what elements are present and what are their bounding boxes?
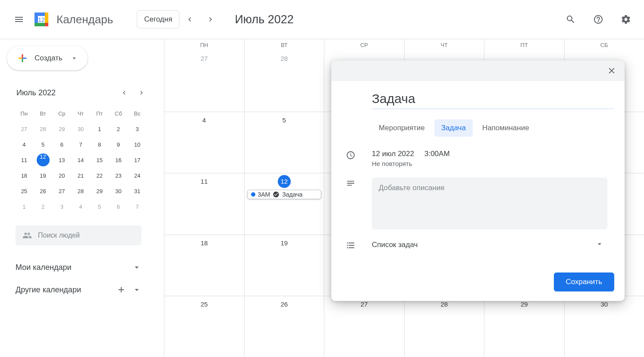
- mini-day-cell[interactable]: 1: [15, 199, 34, 214]
- other-calendars-label: Другие календари: [16, 285, 81, 294]
- add-icon[interactable]: [116, 285, 126, 294]
- mini-day-cell[interactable]: 19: [34, 168, 53, 183]
- mini-day-cell[interactable]: 21: [71, 168, 90, 183]
- mini-day-cell[interactable]: 2: [34, 199, 53, 214]
- day-cell[interactable]: 27: [164, 50, 244, 112]
- mini-day-cell[interactable]: 7: [128, 199, 147, 214]
- day-cell[interactable]: 4: [164, 112, 244, 173]
- description-input[interactable]: Добавьте описание: [372, 178, 607, 229]
- mini-day-cell[interactable]: 31: [128, 183, 147, 199]
- search-button[interactable]: [561, 10, 580, 29]
- mini-day-cell[interactable]: 7: [71, 137, 90, 152]
- mini-calendar-header: Июль 2022: [5, 86, 152, 100]
- day-cell[interactable]: 28: [404, 296, 484, 357]
- mini-day-cell[interactable]: 15: [90, 152, 109, 168]
- mini-day-cell[interactable]: 20: [52, 168, 71, 183]
- mini-day-cell[interactable]: 27: [15, 121, 34, 137]
- mini-day-cell[interactable]: 2: [109, 121, 128, 137]
- mini-day-cell[interactable]: 30: [71, 121, 90, 137]
- mini-day-cell[interactable]: 26: [34, 183, 53, 199]
- app-name: Календарь: [57, 13, 113, 26]
- mini-day-cell[interactable]: 9: [109, 137, 128, 152]
- logo: 12 Календарь: [33, 11, 113, 28]
- day-cell[interactable]: 27: [324, 296, 404, 357]
- mini-day-cell[interactable]: 28: [71, 183, 90, 199]
- other-calendars-section[interactable]: Другие календари: [5, 285, 152, 294]
- mini-day-cell[interactable]: 30: [109, 183, 128, 199]
- day-cell[interactable]: 25: [164, 296, 244, 357]
- mini-day-cell[interactable]: 17: [128, 152, 147, 168]
- mini-day-cell[interactable]: 5: [90, 199, 109, 214]
- day-cell[interactable]: 123AMЗадача: [244, 173, 324, 234]
- mini-day-cell[interactable]: 3: [52, 199, 71, 214]
- day-cell[interactable]: 28: [244, 50, 324, 112]
- tab-event[interactable]: Мероприятие: [372, 119, 432, 137]
- mini-day-cell[interactable]: 6: [52, 137, 71, 152]
- mini-next-button[interactable]: [135, 86, 148, 100]
- mini-day-cell[interactable]: 12: [34, 152, 53, 168]
- task-title-input[interactable]: Задача: [372, 89, 614, 109]
- tab-reminder[interactable]: Напоминание: [475, 119, 536, 137]
- mini-calendar-title: Июль 2022: [16, 88, 56, 97]
- task-check-icon: [273, 191, 280, 198]
- mini-day-cell[interactable]: 24: [128, 168, 147, 183]
- mini-day-cell[interactable]: 3: [128, 121, 147, 137]
- day-cell[interactable]: 29: [484, 296, 564, 357]
- grid-dow-cell: ПН: [164, 39, 244, 50]
- mini-day-cell[interactable]: 13: [52, 152, 71, 168]
- help-button[interactable]: [589, 10, 608, 29]
- dropdown-icon[interactable]: [595, 240, 604, 250]
- mini-day-cell[interactable]: 25: [15, 183, 34, 199]
- task-time[interactable]: 3:00AM: [424, 150, 450, 158]
- grid-dow-cell: СР: [324, 39, 404, 50]
- svg-rect-3: [45, 23, 48, 26]
- create-task-dialog: Задача Мероприятие Задача Напоминание 12…: [331, 60, 625, 301]
- settings-button[interactable]: [616, 10, 635, 29]
- save-button[interactable]: Сохранить: [554, 272, 614, 291]
- mini-day-cell[interactable]: 5: [34, 137, 53, 152]
- header-right: [561, 10, 635, 29]
- mini-day-cell[interactable]: 10: [128, 137, 147, 152]
- search-people-input[interactable]: Поиск людей: [16, 225, 141, 245]
- day-number: 4: [198, 114, 210, 127]
- create-button[interactable]: Создать: [7, 46, 88, 70]
- mini-day-cell[interactable]: 29: [52, 121, 71, 137]
- mini-day-cell[interactable]: 14: [71, 152, 90, 168]
- mini-day-cell[interactable]: 4: [15, 137, 34, 152]
- mini-calendar: ПнВтСрЧтПтСбВс 2728293012345678910111213…: [5, 106, 152, 214]
- mini-day-cell[interactable]: 28: [34, 121, 53, 137]
- mini-day-cell[interactable]: 8: [90, 137, 109, 152]
- mini-day-cell[interactable]: 23: [109, 168, 128, 183]
- next-month-button[interactable]: [202, 11, 219, 28]
- close-button[interactable]: [604, 63, 619, 78]
- mini-day-cell[interactable]: 16: [109, 152, 128, 168]
- mini-day-cell[interactable]: 22: [90, 168, 109, 183]
- task-date[interactable]: 12 июл 2022: [372, 150, 414, 158]
- repeat-label[interactable]: Не повторять: [372, 160, 614, 167]
- event-title: Задача: [282, 191, 302, 198]
- day-cell[interactable]: 18: [164, 235, 244, 296]
- day-cell[interactable]: 26: [244, 296, 324, 357]
- event-chip[interactable]: 3AMЗадача: [247, 190, 322, 199]
- day-number: 12: [278, 175, 291, 188]
- tab-task[interactable]: Задача: [434, 119, 473, 137]
- mini-day-cell[interactable]: 18: [15, 168, 34, 183]
- mini-day-cell[interactable]: 6: [109, 199, 128, 214]
- mini-day-cell[interactable]: 29: [90, 183, 109, 199]
- day-cell[interactable]: 11: [164, 173, 244, 234]
- day-cell[interactable]: 5: [244, 112, 324, 173]
- day-cell[interactable]: 30: [564, 296, 644, 357]
- mini-day-cell[interactable]: 11: [15, 152, 34, 168]
- mini-prev-button[interactable]: [117, 86, 131, 100]
- mini-day-cell[interactable]: 27: [52, 183, 71, 199]
- my-calendars-section[interactable]: Мои календари: [5, 263, 152, 272]
- today-button[interactable]: Сегодня: [137, 10, 179, 28]
- event-time: 3AM: [258, 191, 270, 198]
- task-list-select[interactable]: Список задач: [372, 241, 595, 249]
- mini-day-cell[interactable]: 1: [90, 121, 109, 137]
- day-cell[interactable]: 19: [244, 235, 324, 296]
- mini-day-cell[interactable]: 4: [71, 199, 90, 214]
- main-menu-button[interactable]: [9, 9, 29, 30]
- prev-month-button[interactable]: [181, 11, 198, 28]
- clock-icon: [346, 150, 355, 160]
